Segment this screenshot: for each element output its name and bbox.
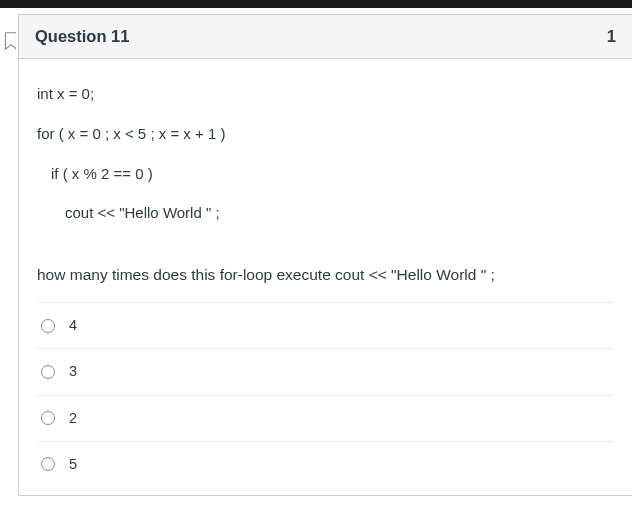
answer-options: 4 3 2 5 [37, 302, 614, 486]
question-body: int x = 0; for ( x = 0 ; x < 5 ; x = x +… [19, 59, 632, 495]
code-block: int x = 0; for ( x = 0 ; x < 5 ; x = x +… [37, 83, 614, 224]
radio-icon [41, 365, 55, 379]
bookmark-icon[interactable] [0, 30, 16, 52]
radio-icon [41, 319, 55, 333]
option-row[interactable]: 4 [37, 303, 614, 349]
option-label: 2 [69, 408, 77, 429]
question-container: Question 11 1 int x = 0; for ( x = 0 ; x… [0, 14, 632, 496]
option-label: 4 [69, 315, 77, 336]
code-line-1: int x = 0; [37, 83, 614, 105]
option-row[interactable]: 5 [37, 442, 614, 487]
option-label: 3 [69, 361, 77, 382]
code-line-4: cout << "Hello World " ; [37, 202, 614, 224]
option-row[interactable]: 3 [37, 349, 614, 395]
question-panel: Question 11 1 int x = 0; for ( x = 0 ; x… [18, 14, 632, 496]
question-prompt: how many times does this for-loop execut… [37, 264, 614, 286]
option-label: 5 [69, 454, 77, 475]
question-header: Question 11 1 [19, 15, 632, 59]
question-title: Question 11 [35, 27, 129, 46]
bookmark-sidebar [0, 14, 16, 496]
option-row[interactable]: 2 [37, 396, 614, 442]
window-top-bar [0, 0, 632, 8]
code-line-3: if ( x % 2 == 0 ) [37, 163, 614, 185]
radio-icon [41, 457, 55, 471]
code-line-2: for ( x = 0 ; x < 5 ; x = x + 1 ) [37, 123, 614, 145]
question-points: 1 [607, 27, 616, 46]
radio-icon [41, 411, 55, 425]
